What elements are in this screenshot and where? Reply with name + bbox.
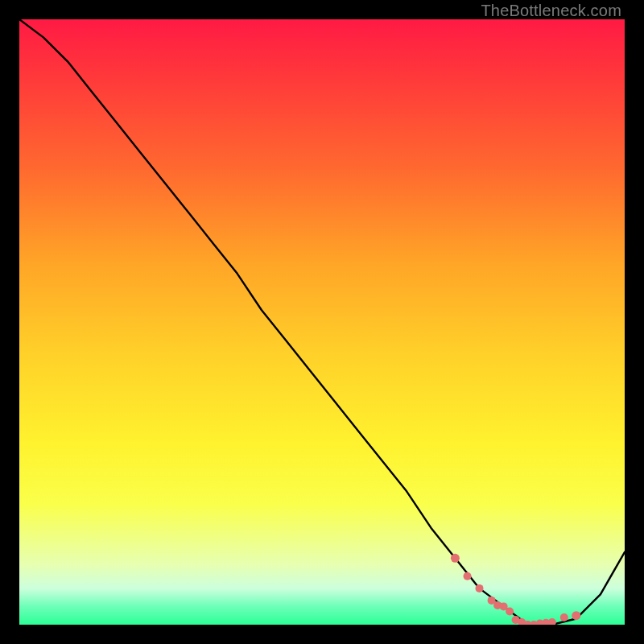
dot (542, 619, 550, 625)
bottleneck-curve-svg (19, 19, 625, 625)
dot (506, 608, 514, 616)
dot (530, 621, 538, 625)
dot (464, 572, 472, 580)
dot (451, 554, 460, 563)
chart-area (19, 19, 625, 625)
watermark-text: TheBottleneck.com (481, 2, 621, 20)
bottleneck-curve (19, 19, 625, 625)
dot (524, 621, 532, 625)
dot (476, 584, 484, 592)
dot (500, 602, 508, 610)
dot (548, 618, 556, 625)
dot (493, 601, 502, 609)
dot (488, 597, 496, 605)
dot (560, 613, 568, 621)
dot (512, 616, 520, 624)
dot (536, 620, 544, 625)
optimal-range-dots (451, 554, 580, 625)
dot (518, 618, 526, 625)
dot (572, 611, 580, 620)
